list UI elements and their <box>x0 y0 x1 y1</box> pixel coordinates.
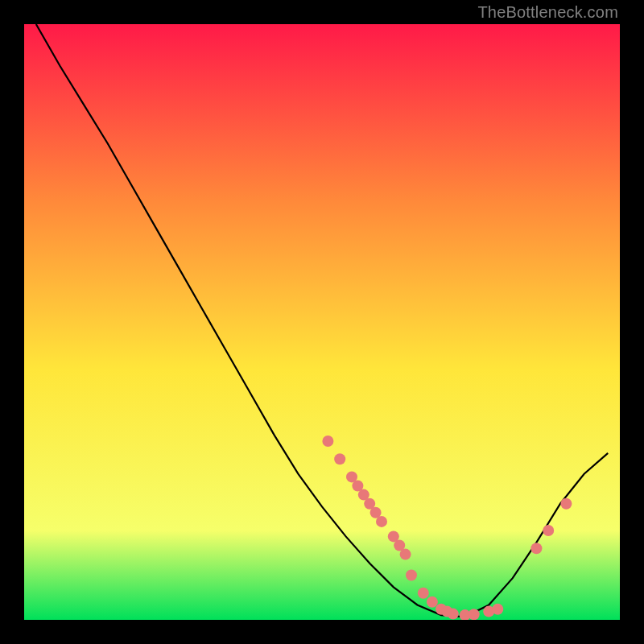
scatter-point <box>400 549 411 560</box>
scatter-point <box>448 609 459 620</box>
scatter-point <box>322 436 333 447</box>
attribution-label: TheBottleneck.com <box>477 3 618 22</box>
scatter-point <box>560 498 572 510</box>
chart-frame <box>24 24 620 620</box>
scatter-point <box>543 525 554 536</box>
scatter-point <box>418 588 429 599</box>
scatter-point <box>376 516 387 527</box>
scatter-point <box>406 570 417 581</box>
gradient-background <box>24 24 620 620</box>
scatter-point <box>427 597 438 608</box>
scatter-point <box>530 543 542 554</box>
scatter-point <box>469 609 480 620</box>
scatter-point <box>334 453 345 464</box>
scatter-point <box>492 604 503 615</box>
chart-svg <box>24 24 620 620</box>
